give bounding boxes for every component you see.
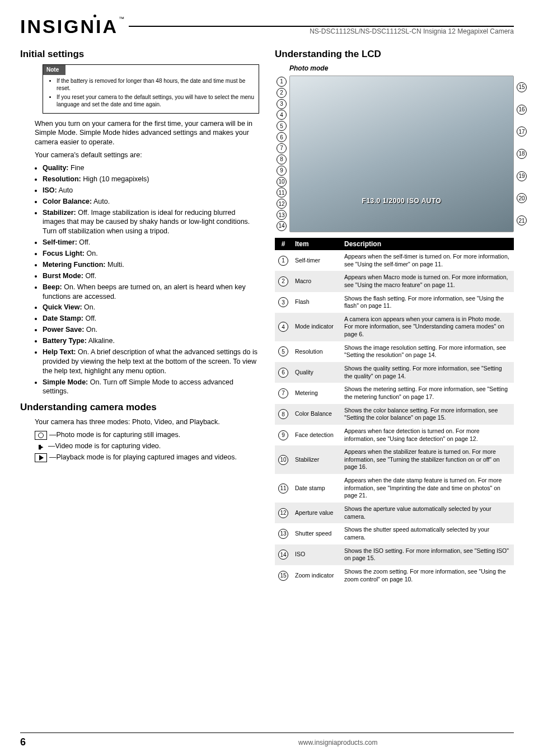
row-desc: A camera icon appears when your camera i… <box>341 313 514 341</box>
row-num-circle: 3 <box>278 297 288 307</box>
setting-item: Focus Light: On. <box>43 249 259 259</box>
row-item: Metering <box>292 383 341 403</box>
page-number: 6 <box>20 736 26 748</box>
callout-num: 7 <box>277 143 287 153</box>
row-num: 9 <box>275 425 292 445</box>
callout-num: 21 <box>517 215 527 226</box>
row-desc: Appears when Macro mode is turned on. Fo… <box>341 271 514 292</box>
row-num-circle: 11 <box>278 483 288 494</box>
callout-num: 19 <box>517 171 527 181</box>
callout-num: 3 <box>277 99 287 109</box>
intro-text: When you turn on your camera for the fir… <box>35 119 259 148</box>
callout-num: 15 <box>517 82 527 92</box>
row-num-circle: 4 <box>278 322 288 332</box>
row-desc: Appears when the date stamp feature is t… <box>341 474 514 503</box>
row-item: Date stamp <box>292 474 341 503</box>
row-item: Quality <box>292 362 341 383</box>
table-row: 11Date stampAppears when the date stamp … <box>275 474 514 503</box>
setting-item: Quick View: On. <box>43 303 259 312</box>
callout-num: 9 <box>277 166 287 176</box>
row-num-circle: 8 <box>278 409 288 419</box>
setting-item: Resolution: High (10 megapixels) <box>43 175 259 184</box>
callout-num: 5 <box>277 121 287 131</box>
row-item: Zoom indicator <box>292 565 341 586</box>
callout-num: 11 <box>277 187 287 198</box>
mode-video-text: —Video mode is for capturing video. <box>48 442 161 451</box>
row-item: Flash <box>292 292 341 313</box>
table-row: 1Self-timerAppears when the self-timer i… <box>275 250 514 271</box>
table-row: 9Face detectionAppears when face detecti… <box>275 425 514 445</box>
note-item: If you reset your camera to the default … <box>57 93 254 109</box>
row-num-circle: 10 <box>278 455 288 465</box>
row-num-circle: 5 <box>278 346 288 356</box>
photo-mode-diagram: 1 2 3 4 5 6 7 8 9 10 11 12 13 14 15 <box>289 76 514 232</box>
th-desc: Description <box>341 238 514 250</box>
row-desc: Shows the aperture value automatically s… <box>341 503 514 523</box>
note-box: Note If the battery is removed for longe… <box>43 64 259 114</box>
row-item: Shutter speed <box>292 523 341 544</box>
row-num-circle: 14 <box>278 550 288 560</box>
initial-settings-heading: Initial settings <box>20 49 259 60</box>
mode-playback-row: —Playback mode is for playing captured i… <box>35 453 259 462</box>
lcd-heading: Understanding the LCD <box>275 49 514 60</box>
table-row: 4Mode indicatorA camera icon appears whe… <box>275 313 514 341</box>
table-row: 2MacroAppears when Macro mode is turned … <box>275 271 514 292</box>
row-desc: Shows the quality setting. For more info… <box>341 362 514 383</box>
brand-line <box>129 26 514 27</box>
callout-num: 17 <box>517 126 527 137</box>
table-row: 8Color BalanceShows the color balance se… <box>275 404 514 425</box>
row-num: 1 <box>275 250 292 271</box>
callout-num: 14 <box>277 221 287 231</box>
right-column: Understanding the LCD Photo mode 1 2 3 4… <box>275 49 514 586</box>
setting-item: ISO: Auto <box>43 186 259 195</box>
row-item: Stabilizer <box>292 445 341 474</box>
callout-num: 10 <box>277 177 287 187</box>
lcd-table: # Item Description 1Self-timerAppears wh… <box>275 238 514 586</box>
video-icon <box>35 442 46 451</box>
callout-num: 2 <box>277 88 287 98</box>
callout-num: 18 <box>517 149 527 159</box>
diagram-overlay-text: F13.0 1/2000 ISO AUTO <box>362 197 442 205</box>
setting-item: Quality: Fine <box>43 163 259 173</box>
setting-item: Stabilizer: Off. Image stabilization is … <box>43 208 259 237</box>
callout-num: 4 <box>277 110 287 120</box>
callout-num: 1 <box>277 77 287 87</box>
row-num: 4 <box>275 313 292 341</box>
mode-video-row: —Video mode is for capturing video. <box>35 442 259 451</box>
callout-num: 8 <box>277 154 287 165</box>
photo-mode-subhead: Photo mode <box>289 64 514 72</box>
setting-item: Help Text: On. A brief description of wh… <box>43 348 259 376</box>
row-desc: Shows the zoom setting. For more informa… <box>341 565 514 586</box>
setting-item: Burst Mode: Off. <box>43 271 259 281</box>
brand-logo: INSIGNIA™ <box>20 16 124 37</box>
callout-num: 6 <box>277 132 287 142</box>
row-num: 3 <box>275 292 292 313</box>
row-num-circle: 6 <box>278 368 288 378</box>
table-row: 12Aperture valueShows the aperture value… <box>275 503 514 523</box>
mode-playback-text: —Playback mode is for playing captured i… <box>49 453 237 462</box>
callout-num: 16 <box>517 105 527 115</box>
row-item: Macro <box>292 271 341 292</box>
table-row: 7MeteringShows the metering setting. For… <box>275 383 514 403</box>
row-item: Resolution <box>292 341 341 362</box>
row-num-circle: 12 <box>278 508 288 518</box>
left-column: Initial settings Note If the battery is … <box>20 49 259 586</box>
setting-item: Power Save: On. <box>43 325 259 335</box>
setting-item: Beep: On. When beeps are turned on, an a… <box>43 283 259 302</box>
setting-item: Simple Mode: On. Turn off Simple Mode to… <box>43 378 259 397</box>
footer: 6 www.insigniaproducts.com <box>20 732 514 748</box>
row-item: Face detection <box>292 425 341 445</box>
row-desc: Shows the image resolution setting. For … <box>341 341 514 362</box>
mode-photo-text: —Photo mode is for capturing still image… <box>49 430 180 440</box>
brand-dot-icon <box>93 15 96 17</box>
brand-text: INSIGNIA <box>20 16 118 37</box>
diagram-left-callouts: 1 2 3 4 5 6 7 8 9 10 11 12 13 14 <box>277 76 287 232</box>
row-num: 5 <box>275 341 292 362</box>
row-num-circle: 7 <box>278 388 288 398</box>
row-num: 12 <box>275 503 292 523</box>
table-row: 5ResolutionShows the image resolution se… <box>275 341 514 362</box>
row-num: 7 <box>275 383 292 403</box>
row-item: ISO <box>292 544 341 565</box>
row-num: 13 <box>275 523 292 544</box>
row-num-circle: 2 <box>278 276 288 287</box>
